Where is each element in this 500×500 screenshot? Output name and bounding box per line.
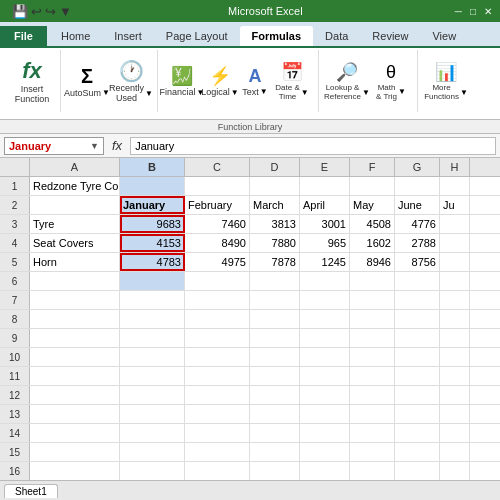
cell-e12[interactable] — [300, 386, 350, 404]
cell-h14[interactable] — [440, 424, 470, 442]
tab-data[interactable]: Data — [313, 26, 360, 46]
cell-c7[interactable] — [185, 291, 250, 309]
cell-f6[interactable] — [350, 272, 395, 290]
cell-a1[interactable]: Redzone Tyre Company — [30, 177, 120, 195]
cell-a8[interactable] — [30, 310, 120, 328]
cell-e9[interactable] — [300, 329, 350, 347]
cell-g11[interactable] — [395, 367, 440, 385]
customize-icon[interactable]: ▼ — [59, 4, 72, 19]
cell-f4[interactable]: 1602 — [350, 234, 395, 252]
recently-used-dropdown-icon[interactable]: ▼ — [145, 89, 153, 98]
more-functions-dropdown-icon[interactable]: ▼ — [460, 88, 468, 97]
more-functions-button[interactable]: 📊 MoreFunctions ▼ — [424, 59, 468, 103]
cell-f7[interactable] — [350, 291, 395, 309]
cell-f10[interactable] — [350, 348, 395, 366]
cell-g2[interactable]: June — [395, 196, 440, 214]
cell-a2[interactable] — [30, 196, 120, 214]
cell-h9[interactable] — [440, 329, 470, 347]
math-trig-dropdown-icon[interactable]: ▼ — [398, 87, 406, 96]
cell-f5[interactable]: 8946 — [350, 253, 395, 271]
cell-a4[interactable]: Seat Covers — [30, 234, 120, 252]
cell-a16[interactable] — [30, 462, 120, 480]
cell-d4[interactable]: 7880 — [250, 234, 300, 252]
cell-b10[interactable] — [120, 348, 185, 366]
cell-d16[interactable] — [250, 462, 300, 480]
cell-c11[interactable] — [185, 367, 250, 385]
cell-g6[interactable] — [395, 272, 440, 290]
cell-h8[interactable] — [440, 310, 470, 328]
cell-e14[interactable] — [300, 424, 350, 442]
tab-home[interactable]: Home — [49, 26, 102, 46]
formula-input[interactable] — [130, 137, 496, 155]
cell-h1[interactable] — [440, 177, 470, 195]
recently-used-button[interactable]: 🕐 RecentlyUsed ▼ — [111, 57, 151, 105]
cell-f3[interactable]: 4508 — [350, 215, 395, 233]
cell-g1[interactable] — [395, 177, 440, 195]
tab-insert[interactable]: Insert — [102, 26, 154, 46]
cell-a10[interactable] — [30, 348, 120, 366]
quick-access-toolbar[interactable]: 💾 ↩ ↪ ▼ — [8, 4, 76, 19]
text-button[interactable]: A Text ▼ — [240, 64, 270, 99]
lookup-reference-button[interactable]: 🔎 Lookup &Reference ▼ — [325, 59, 369, 103]
cell-d5[interactable]: 7878 — [250, 253, 300, 271]
cell-h2[interactable]: Ju — [440, 196, 470, 214]
name-box-dropdown-icon[interactable]: ▼ — [90, 141, 99, 151]
close-icon[interactable]: ✕ — [484, 6, 492, 17]
cell-b9[interactable] — [120, 329, 185, 347]
cell-a6[interactable] — [30, 272, 120, 290]
cell-d8[interactable] — [250, 310, 300, 328]
cell-a9[interactable] — [30, 329, 120, 347]
name-box[interactable]: January ▼ — [4, 137, 104, 155]
text-dropdown-icon[interactable]: ▼ — [260, 87, 268, 96]
cell-e16[interactable] — [300, 462, 350, 480]
cell-h3[interactable] — [440, 215, 470, 233]
col-header-h[interactable]: H — [440, 158, 470, 176]
cell-f13[interactable] — [350, 405, 395, 423]
col-header-b[interactable]: B — [120, 158, 185, 176]
cell-f16[interactable] — [350, 462, 395, 480]
tab-formulas[interactable]: Formulas — [240, 26, 314, 46]
maximize-icon[interactable]: □ — [470, 6, 476, 17]
date-time-dropdown-icon[interactable]: ▼ — [301, 88, 309, 97]
cell-d12[interactable] — [250, 386, 300, 404]
cell-g16[interactable] — [395, 462, 440, 480]
cell-h7[interactable] — [440, 291, 470, 309]
cell-b11[interactable] — [120, 367, 185, 385]
cell-e2[interactable]: April — [300, 196, 350, 214]
cell-g3[interactable]: 4776 — [395, 215, 440, 233]
cell-c8[interactable] — [185, 310, 250, 328]
date-time-button[interactable]: 📅 Date &Time ▼ — [272, 59, 312, 103]
col-header-f[interactable]: F — [350, 158, 395, 176]
cell-e15[interactable] — [300, 443, 350, 461]
cell-f12[interactable] — [350, 386, 395, 404]
cell-c6[interactable] — [185, 272, 250, 290]
cell-h4[interactable] — [440, 234, 470, 252]
cell-e13[interactable] — [300, 405, 350, 423]
cell-e4[interactable]: 965 — [300, 234, 350, 252]
insert-function-button[interactable]: fx InsertFunction — [8, 56, 56, 106]
cell-a7[interactable] — [30, 291, 120, 309]
cell-d15[interactable] — [250, 443, 300, 461]
cell-g13[interactable] — [395, 405, 440, 423]
cell-g4[interactable]: 2788 — [395, 234, 440, 252]
cell-c1[interactable] — [185, 177, 250, 195]
cell-g12[interactable] — [395, 386, 440, 404]
cell-g10[interactable] — [395, 348, 440, 366]
cell-c4[interactable]: 8490 — [185, 234, 250, 252]
cell-d3[interactable]: 3813 — [250, 215, 300, 233]
cell-b14[interactable] — [120, 424, 185, 442]
cell-f14[interactable] — [350, 424, 395, 442]
cell-c10[interactable] — [185, 348, 250, 366]
cell-e6[interactable] — [300, 272, 350, 290]
cell-b1[interactable] — [120, 177, 185, 195]
cell-b16[interactable] — [120, 462, 185, 480]
cell-e1[interactable] — [300, 177, 350, 195]
cell-b5[interactable]: 4783 — [120, 253, 185, 271]
cell-d10[interactable] — [250, 348, 300, 366]
cell-g9[interactable] — [395, 329, 440, 347]
cell-c16[interactable] — [185, 462, 250, 480]
cell-e5[interactable]: 1245 — [300, 253, 350, 271]
cell-b12[interactable] — [120, 386, 185, 404]
cell-f2[interactable]: May — [350, 196, 395, 214]
cell-f11[interactable] — [350, 367, 395, 385]
